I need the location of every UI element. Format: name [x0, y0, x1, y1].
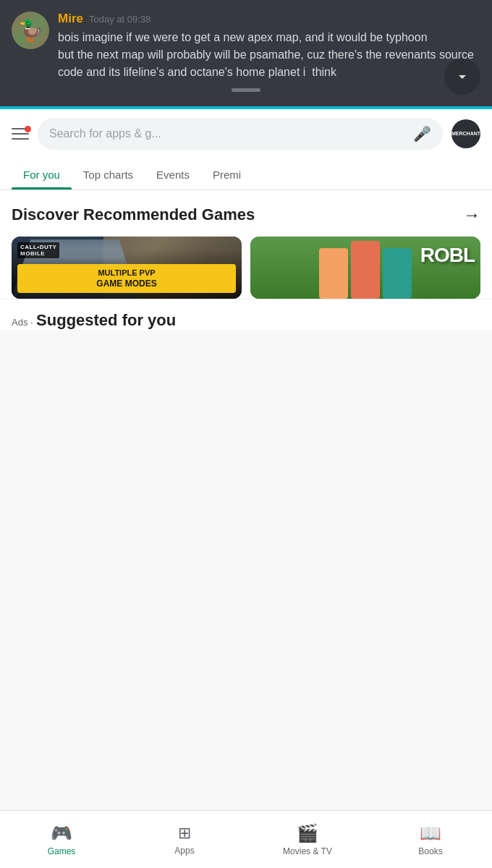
main-content: Discover Recommended Games → CALL•DUTYMO…	[0, 190, 492, 299]
section-header: Discover Recommended Games →	[12, 205, 480, 225]
tab-premium[interactable]: Premi	[201, 158, 253, 190]
tab-events[interactable]: Events	[145, 158, 201, 190]
books-label: Books	[418, 846, 442, 856]
suggested-section: Ads · Suggested for you	[0, 299, 492, 330]
roblox-chars	[250, 252, 480, 299]
movies-icon: 🎬	[297, 823, 318, 843]
search-container: Search for apps & g... 🎤 MERCHANT	[0, 109, 492, 158]
roblox-card[interactable]: ROBL ⬛ Roblox Adventure 4.4★	[250, 237, 480, 299]
bottom-spacer	[0, 330, 492, 388]
suggested-title: Suggested for you	[36, 311, 176, 329]
section-title: Discover Recommended Games	[12, 205, 255, 224]
nav-item-movies[interactable]: 🎬 Movies & TV	[246, 817, 369, 862]
discord-section: 🦆 Mire Today at 09:38 bois imagine if we…	[0, 0, 492, 106]
pvp-line1: MULTIPLE PVP	[25, 268, 229, 278]
search-bar[interactable]: Search for apps & g... 🎤	[38, 118, 443, 150]
nav-item-books[interactable]: 📖 Books	[369, 817, 492, 862]
message-content: Mire Today at 09:38 bois imagine if we w…	[58, 12, 480, 81]
books-icon: 📖	[420, 823, 441, 843]
hamburger-line	[12, 133, 29, 135]
tab-top-charts[interactable]: Top charts	[72, 158, 145, 190]
cod-card[interactable]: CALL•DUTYMOBILE MULTIPLE PVP GAME MODES …	[12, 237, 242, 299]
suggested-header: Ads · Suggested for you	[12, 311, 480, 330]
microphone-icon[interactable]: 🎤	[413, 125, 431, 142]
discord-message: 🦆 Mire Today at 09:38 bois imagine if we…	[12, 12, 480, 81]
message-header: Mire Today at 09:38	[58, 12, 480, 26]
roblox-char-1	[319, 248, 348, 299]
scroll-indicator	[232, 88, 260, 92]
chevron-down-button[interactable]	[444, 59, 480, 95]
search-placeholder: Search for apps & g...	[49, 127, 407, 140]
cod-overlay: MULTIPLE PVP GAME MODES	[12, 250, 242, 299]
chevron-down-icon	[454, 68, 471, 85]
profile-avatar-text: MERCHANT	[451, 129, 480, 138]
notification-dot	[25, 126, 31, 132]
message-text: bois imagine if we were to get a new ape…	[58, 29, 480, 81]
pvp-badge: MULTIPLE PVP GAME MODES	[17, 264, 236, 293]
nav-item-apps[interactable]: ⊞ Apps	[123, 818, 246, 861]
apps-label: Apps	[174, 846, 194, 856]
roblox-char-3	[383, 248, 412, 299]
bottom-nav: 🎮 Games ⊞ Apps 🎬 Movies & TV 📖 Books	[0, 810, 492, 868]
pvp-line2: GAME MODES	[25, 278, 229, 289]
apps-icon: ⊞	[178, 824, 191, 843]
ads-prefix: Ads ·	[12, 317, 33, 328]
avatar: 🦆	[12, 12, 49, 49]
username: Mire	[58, 12, 83, 26]
movies-label: Movies & TV	[283, 846, 332, 856]
see-more-button[interactable]: →	[463, 205, 480, 225]
profile-avatar[interactable]: MERCHANT	[451, 119, 480, 148]
games-icon: 🎮	[51, 823, 72, 843]
roblox-char-2	[351, 241, 380, 299]
cod-banner: CALL•DUTYMOBILE MULTIPLE PVP GAME MODES	[12, 237, 242, 299]
games-row: CALL•DUTYMOBILE MULTIPLE PVP GAME MODES …	[12, 237, 480, 299]
menu-button[interactable]	[12, 128, 29, 140]
tab-for-you[interactable]: For you	[12, 158, 72, 190]
timestamp: Today at 09:38	[89, 14, 150, 25]
nav-tabs: For you Top charts Events Premi	[0, 158, 492, 190]
games-label: Games	[48, 846, 76, 856]
nav-item-games[interactable]: 🎮 Games	[0, 817, 123, 862]
hamburger-line	[12, 138, 29, 140]
roblox-banner: ROBL	[250, 237, 480, 299]
